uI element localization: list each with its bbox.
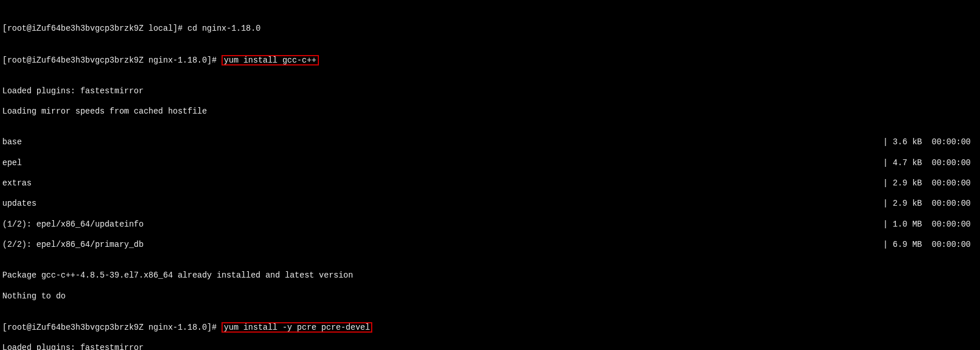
download-2-size: | 6.9 MB 00:00:00 bbox=[883, 240, 978, 250]
repo-base-size: | 3.6 kB 00:00:00 bbox=[883, 137, 978, 148]
download-2: (2/2): epel/x86_64/primary_db bbox=[2, 240, 144, 250]
repo-epel: epel bbox=[2, 158, 22, 169]
download-1-size: | 1.0 MB 00:00:00 bbox=[883, 220, 978, 230]
command-yum-pcre: yum install -y pcre pcre-devel bbox=[222, 322, 372, 333]
prompt: [root@iZuf64be3h3bvgcp3brzk9Z bbox=[2, 24, 148, 33]
prompt: [root@iZuf64be3h3bvgcp3brzk9Z bbox=[2, 323, 148, 332]
cwd: nginx-1.18.0]# bbox=[148, 56, 222, 65]
repo-updates-size: | 2.9 kB 00:00:00 bbox=[883, 199, 978, 209]
command-cd: cd nginx-1.18.0 bbox=[187, 24, 260, 33]
repo-epel-size: | 4.7 kB 00:00:00 bbox=[883, 158, 978, 169]
cwd: nginx-1.18.0]# bbox=[148, 323, 222, 332]
prompt: [root@iZuf64be3h3bvgcp3brzk9Z bbox=[2, 56, 148, 65]
repo-extras: extras bbox=[2, 178, 31, 189]
nothing-to-do: Nothing to do bbox=[2, 291, 66, 302]
output-line: Loaded plugins: fastestmirror bbox=[2, 343, 144, 350]
terminal-output[interactable]: [root@iZuf64be3h3bvgcp3brzk9Z local]# cd… bbox=[0, 0, 980, 350]
pkg-gcc: Package gcc-c++-4.8.5-39.el7.x86_64 alre… bbox=[2, 271, 353, 281]
repo-base: base bbox=[2, 137, 22, 148]
output-line: Loaded plugins: fastestmirror bbox=[2, 86, 144, 97]
download-1: (1/2): epel/x86_64/updateinfo bbox=[2, 220, 144, 230]
repo-updates: updates bbox=[2, 199, 37, 209]
cwd: local]# bbox=[148, 24, 187, 33]
output-line: Loading mirror speeds from cached hostfi… bbox=[2, 107, 207, 117]
repo-extras-size: | 2.9 kB 00:00:00 bbox=[883, 178, 978, 189]
command-yum-gcc: yum install gcc-c++ bbox=[222, 55, 319, 65]
